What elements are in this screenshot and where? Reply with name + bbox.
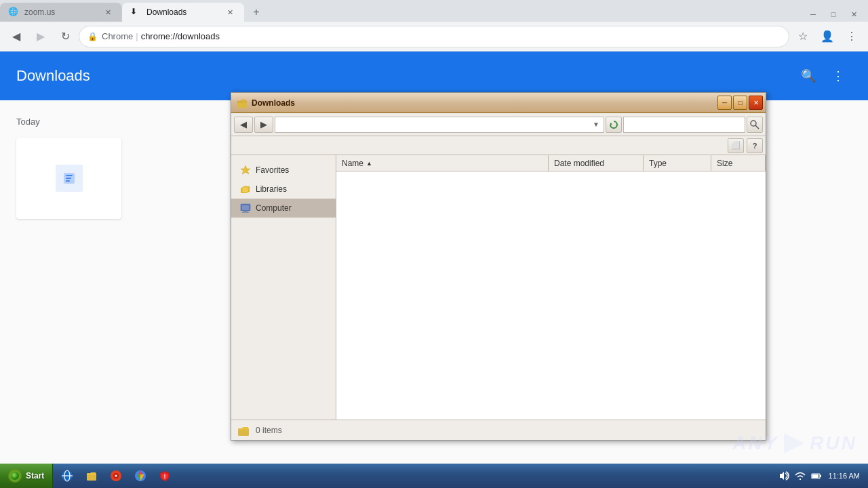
taskbar-apps: ! xyxy=(53,464,771,488)
dialog-back-button[interactable]: ◀ xyxy=(234,117,253,133)
dialog-refresh-button[interactable] xyxy=(606,117,622,133)
svg-marker-6 xyxy=(610,123,612,125)
tab-zoom[interactable]: 🌐 zoom.us ✕ xyxy=(0,3,122,22)
svg-line-8 xyxy=(755,125,759,129)
page-menu-button[interactable]: ⋮ xyxy=(825,62,852,89)
taskbar-chrome[interactable] xyxy=(129,466,152,486)
libraries-icon xyxy=(239,183,252,195)
browser-maximize-button[interactable]: □ xyxy=(825,7,842,22)
favorites-icon xyxy=(239,164,252,176)
dialog-address-combo[interactable]: ▼ xyxy=(275,117,604,133)
svg-text:!: ! xyxy=(164,473,166,480)
browser-toolbar: ◀ ▶ ↻ 🔒 Chrome | chrome://downloads ☆ 👤 … xyxy=(0,22,868,52)
content-area xyxy=(336,171,766,420)
taskbar-shield[interactable]: ! xyxy=(153,466,176,486)
dialog-nav-pane: Favorites Libraries xyxy=(231,155,336,420)
download-item xyxy=(16,138,121,219)
svg-rect-12 xyxy=(242,187,248,192)
page-search-button[interactable]: 🔍 xyxy=(795,62,822,89)
column-name-header[interactable]: Name ▲ xyxy=(336,155,549,171)
dialog-help-button[interactable]: ? xyxy=(747,138,763,153)
column-headers: Name ▲ Date modified Type Size xyxy=(336,155,766,171)
svg-rect-30 xyxy=(800,479,801,480)
status-folder-icon xyxy=(237,424,250,437)
svg-rect-14 xyxy=(242,205,249,210)
dialog-close-button[interactable]: ✕ xyxy=(749,96,763,110)
dialog-nav-libraries[interactable]: Libraries xyxy=(231,180,336,199)
tab-downloads[interactable]: ⬇ Downloads ✕ xyxy=(122,3,244,22)
window-controls: ─ □ ✕ xyxy=(804,7,868,22)
page-content: Downloads 🔍 ⋮ Today xyxy=(0,52,868,488)
address-combo-arrow-icon: ▼ xyxy=(593,121,599,128)
ie-icon xyxy=(61,470,73,482)
dialog-window-controls: ─ □ ✕ xyxy=(717,96,763,110)
svg-rect-33 xyxy=(812,474,818,478)
download-item-icon xyxy=(56,165,83,192)
shield-icon: ! xyxy=(159,470,171,482)
svg-rect-2 xyxy=(66,178,71,179)
tab-downloads-close[interactable]: ✕ xyxy=(224,6,236,18)
taskbar-ie[interactable] xyxy=(56,466,79,486)
chrome-icon xyxy=(134,470,146,482)
svg-rect-32 xyxy=(820,475,821,477)
menu-button[interactable]: ⋮ xyxy=(841,26,863,47)
tab-zoom-title: zoom.us xyxy=(24,7,98,17)
tray-battery-icon[interactable] xyxy=(810,469,823,483)
system-time: 11:16 AM xyxy=(826,471,863,481)
svg-rect-15 xyxy=(243,211,248,212)
media-icon xyxy=(110,470,122,482)
file-explorer-dialog: Downloads ─ □ ✕ ◀ ▶ ▼ xyxy=(231,92,766,441)
profile-button[interactable]: 👤 xyxy=(816,26,838,47)
dialog-content-pane: Name ▲ Date modified Type Size xyxy=(336,155,766,420)
page-title: Downloads xyxy=(16,67,795,85)
start-orb-icon xyxy=(8,469,22,483)
dialog-view-button[interactable]: ⬜ xyxy=(728,138,744,153)
dialog-window: Downloads ─ □ ✕ ◀ ▶ ▼ xyxy=(231,92,766,441)
svg-point-18 xyxy=(11,472,19,480)
browser-window: 🌐 zoom.us ✕ ⬇ Downloads ✕ + ─ □ ✕ ◀ ▶ ↻ … xyxy=(0,0,868,488)
name-sort-arrow: ▲ xyxy=(366,160,372,167)
computer-icon xyxy=(239,202,252,214)
svg-point-25 xyxy=(115,475,117,477)
dialog-title-text: Downloads xyxy=(252,98,717,108)
dialog-search-field[interactable] xyxy=(623,117,745,133)
forward-button[interactable]: ▶ xyxy=(30,26,52,47)
svg-marker-9 xyxy=(241,165,250,174)
start-label: Start xyxy=(26,471,44,481)
column-type-header[interactable]: Type xyxy=(644,155,711,171)
browser-minimize-button[interactable]: ─ xyxy=(804,7,822,22)
address-url: chrome://downloads xyxy=(141,31,220,41)
start-button[interactable]: Start xyxy=(0,464,53,488)
column-date-header[interactable]: Date modified xyxy=(549,155,644,171)
status-text: 0 items xyxy=(256,426,282,435)
dialog-minimize-button[interactable]: ─ xyxy=(717,96,732,110)
back-button[interactable]: ◀ xyxy=(5,26,27,47)
dialog-maximize-button[interactable]: □ xyxy=(733,96,747,110)
address-bar[interactable]: 🔒 Chrome | chrome://downloads xyxy=(79,26,789,47)
dialog-search-button[interactable] xyxy=(747,117,763,133)
system-tray: 11:16 AM xyxy=(772,469,868,483)
new-tab-button[interactable]: + xyxy=(247,3,266,22)
tab-zoom-close[interactable]: ✕ xyxy=(102,6,114,18)
taskbar-explorer[interactable] xyxy=(80,466,103,486)
taskbar-media[interactable] xyxy=(104,466,127,486)
column-size-header[interactable]: Size xyxy=(711,155,766,171)
bookmark-button[interactable]: ☆ xyxy=(792,26,814,47)
toolbar-actions: ☆ 👤 ⋮ xyxy=(792,26,863,47)
reload-button[interactable]: ↻ xyxy=(54,26,76,47)
tray-network-icon[interactable] xyxy=(793,469,807,483)
libraries-label: Libraries xyxy=(256,184,287,194)
explorer-icon xyxy=(85,470,98,482)
title-bar: 🌐 zoom.us ✕ ⬇ Downloads ✕ + ─ □ ✕ xyxy=(0,0,868,22)
dialog-nav-computer[interactable]: Computer xyxy=(231,199,336,218)
lock-icon: 🔒 xyxy=(87,32,98,41)
browser-close-button[interactable]: ✕ xyxy=(845,7,863,22)
favorites-label: Favorites xyxy=(256,165,289,175)
tray-volume-icon[interactable] xyxy=(777,469,791,483)
svg-rect-16 xyxy=(242,212,249,213)
dialog-titlebar: Downloads ─ □ ✕ xyxy=(231,93,766,113)
taskbar: Start xyxy=(0,464,868,488)
dialog-nav-favorites[interactable]: Favorites xyxy=(231,161,336,180)
address-breadcrumb: Chrome xyxy=(102,31,133,41)
dialog-forward-button[interactable]: ▶ xyxy=(254,117,273,133)
